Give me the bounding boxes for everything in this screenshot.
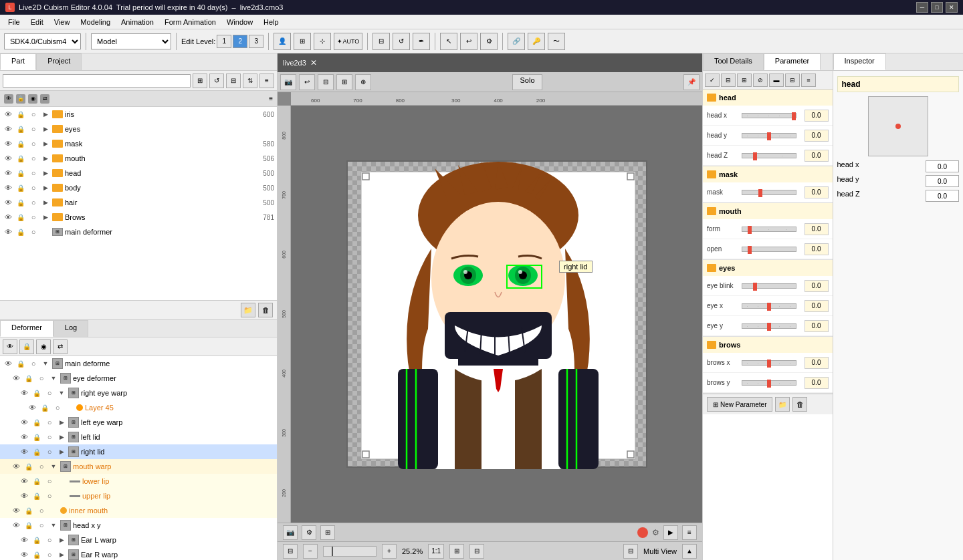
part-tool-expand[interactable]: ⊟	[226, 74, 241, 88]
vis2-eyes[interactable]: ○	[28, 124, 39, 134]
lock-d-earrw[interactable]: 🔒	[31, 549, 42, 560]
canvas-settings-btn[interactable]: ⚙	[302, 525, 316, 540]
expand-iris[interactable]: ▶	[41, 110, 50, 119]
expand-d-ll[interactable]: ▶	[57, 432, 66, 442]
lock-d-upperlip[interactable]: 🔒	[31, 491, 42, 501]
part-tool-more[interactable]: ≡	[259, 74, 274, 88]
lock-hair[interactable]: 🔒	[15, 197, 26, 208]
lock-d-main[interactable]: 🔒	[15, 358, 26, 369]
part-row-mask[interactable]: 👁 🔒 ○ ▶ mask 580	[0, 136, 277, 151]
zoom-slider[interactable]	[323, 546, 377, 557]
menu-animation[interactable]: Animation	[116, 17, 159, 27]
expand-mouth[interactable]: ▶	[41, 154, 50, 163]
vis2-d-rew[interactable]: ○	[44, 388, 55, 398]
vis-iris[interactable]: 👁	[3, 109, 13, 120]
new-parameter-btn[interactable]: ⊞ New Parameter	[707, 397, 772, 412]
tool-brush[interactable]: ✒	[413, 33, 430, 50]
menu-help[interactable]: Help	[258, 17, 284, 27]
part-tool-sort[interactable]: ⇅	[243, 74, 257, 88]
expand-eyes[interactable]: ▶	[41, 124, 50, 134]
lock-d-rl[interactable]: 🔒	[31, 446, 42, 457]
tool-curve[interactable]: 〜	[548, 33, 565, 50]
param-delete-btn[interactable]: 🗑	[792, 397, 807, 412]
vis-d-rl[interactable]: 👁	[19, 446, 29, 457]
lock-eyes[interactable]: 🔒	[15, 124, 26, 134]
tab-project[interactable]: Project	[36, 53, 82, 70]
lock-brows[interactable]: 🔒	[15, 212, 26, 223]
part-tool-refresh[interactable]: ↺	[209, 74, 224, 88]
param-slider-eye-y[interactable]: ·····	[742, 323, 802, 329]
search-input[interactable]	[3, 74, 191, 88]
inspector-head-y-input[interactable]	[926, 175, 959, 187]
model-select[interactable]: Model	[91, 33, 171, 49]
menu-form-animation[interactable]: Form Animation	[159, 17, 221, 27]
canvas-tool-undo[interactable]: ↩	[299, 74, 315, 90]
vis2-d-im[interactable]: ○	[36, 505, 47, 516]
canvas-play-icon[interactable]: ▶	[663, 525, 678, 540]
tool-mesh[interactable]: ⊟	[372, 33, 390, 50]
vis-d-earlw[interactable]: 👁	[19, 535, 29, 545]
param-slider-brows-x[interactable]: ·····	[742, 360, 802, 366]
zoom-in-btn[interactable]: +	[382, 544, 397, 559]
deformer-row-left-eye-warp[interactable]: 👁 🔒 ○ ▶ ⊞ left eye warp	[0, 415, 277, 430]
vis-d-ll[interactable]: 👁	[19, 432, 29, 442]
deformer-row-ear-r[interactable]: 👁 🔒 ○ ▶ ⊞ Ear R warp	[0, 547, 277, 560]
vis-d-im[interactable]: 👁	[11, 505, 21, 516]
inspector-head-z-input[interactable]	[926, 190, 959, 202]
sdk-version-select[interactable]: SDK4.0/Cubism4	[4, 33, 81, 49]
param-tool-grid1[interactable]: ⊟	[721, 74, 736, 87]
view-btn[interactable]: ⊟	[469, 544, 484, 559]
param-slider-mask[interactable]	[742, 190, 802, 195]
canvas-close-btn[interactable]: ✕	[310, 58, 317, 67]
vis2-main-deformer[interactable]: ○	[28, 227, 39, 237]
vis-mouth[interactable]: 👁	[3, 153, 13, 164]
lock-d-rew[interactable]: 🔒	[31, 388, 42, 398]
vis2-d-lowerlip[interactable]: ○	[44, 476, 55, 486]
vis-d-mw[interactable]: 👁	[11, 461, 21, 472]
edit-level-3[interactable]: 3	[249, 35, 263, 48]
menu-window[interactable]: Window	[221, 17, 258, 27]
param-group-head-header[interactable]: head	[703, 90, 833, 106]
tool-person[interactable]: 👤	[274, 33, 291, 50]
deformer-row-right-eye-warp[interactable]: 👁 🔒 ○ ▼ ⊞ right eye warp	[0, 386, 277, 400]
vis-main-deformer[interactable]: 👁	[3, 227, 13, 237]
canvas-export-btn[interactable]: ⊞	[320, 525, 335, 540]
vis-d-earrw[interactable]: 👁	[19, 549, 29, 560]
expand-hair[interactable]: ▶	[41, 198, 50, 207]
canvas-tool-grid2[interactable]: ⊟	[318, 74, 334, 90]
tab-deformer[interactable]: Deformer	[0, 320, 54, 337]
param-slider-open[interactable]	[742, 247, 802, 252]
canvas-tool-camera[interactable]: 📷	[280, 74, 296, 90]
part-row-brows[interactable]: 👁 🔒 ○ ▶ Brows 781	[0, 210, 277, 225]
expand-d-mw[interactable]: ▼	[49, 462, 58, 471]
header-menu-icon[interactable]: ≡	[269, 95, 273, 102]
vis2-hair[interactable]: ○	[28, 197, 39, 208]
expand-mask[interactable]: ▶	[41, 139, 50, 148]
part-row-mouth[interactable]: 👁 🔒 ○ ▶ mouth 506	[0, 151, 277, 166]
minimize-button[interactable]: ─	[916, 2, 928, 13]
expand-d-main[interactable]: ▼	[41, 359, 50, 368]
vis2-d-lew[interactable]: ○	[44, 417, 55, 428]
deformer-tool-circle[interactable]: ◉	[36, 339, 51, 354]
vis-brows[interactable]: 👁	[3, 212, 13, 223]
param-group-mouth-header[interactable]: mouth	[703, 203, 833, 219]
deformer-row-inner-mouth[interactable]: 👁 🔒 ○ inner mouth	[0, 503, 277, 518]
lock-head[interactable]: 🔒	[15, 168, 26, 178]
param-tool-table[interactable]: ⊟	[785, 74, 800, 87]
vis2-d-earrw[interactable]: ○	[44, 549, 55, 560]
lock-iris[interactable]: 🔒	[15, 109, 26, 120]
lock-d-ll[interactable]: 🔒	[31, 432, 42, 442]
tool-undo[interactable]: ↩	[460, 33, 477, 50]
inspector-head-x-input[interactable]	[926, 160, 959, 172]
tool-link[interactable]: 🔗	[508, 33, 525, 50]
vis2-iris[interactable]: ○	[28, 109, 39, 120]
vis2-body[interactable]: ○	[28, 182, 39, 193]
deformer-row-lower-lip[interactable]: 👁 🔒 ○ lower lip	[0, 474, 277, 488]
param-slider-head-x[interactable]: ·····	[742, 113, 802, 118]
inspector-xy-controller[interactable]	[868, 96, 928, 156]
tool-settings[interactable]: ⚙	[480, 33, 498, 50]
part-folder-btn[interactable]: 📁	[241, 303, 255, 317]
param-slider-eye-x[interactable]: ·····	[742, 303, 802, 309]
part-row-eyes[interactable]: 👁 🔒 ○ ▶ eyes	[0, 122, 277, 136]
menu-edit[interactable]: Edit	[25, 17, 49, 27]
